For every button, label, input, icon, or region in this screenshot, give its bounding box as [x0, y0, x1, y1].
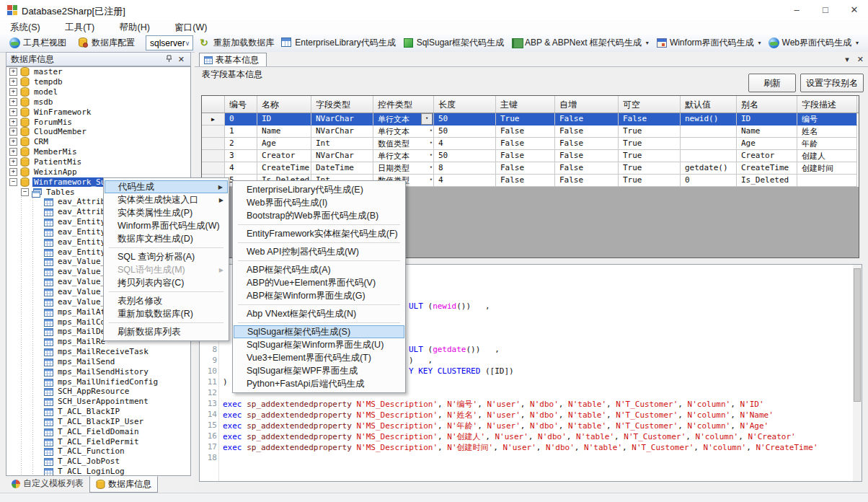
- combo-dropdown-icon[interactable]: ▾: [430, 152, 433, 158]
- grid-cell[interactable]: 0: [225, 113, 257, 126]
- submenu-item[interactable]: ABP的Vue+Element界面代码(V): [234, 276, 404, 289]
- tree-item[interactable]: +CloudMember: [6, 127, 190, 137]
- grid-cell[interactable]: True: [619, 126, 681, 138]
- grid-cell[interactable]: False: [555, 113, 619, 126]
- submenu-item[interactable]: ABP框架代码生成(A): [234, 263, 404, 276]
- toolbar-view-button[interactable]: 工具栏视图: [6, 35, 70, 50]
- grid-cell[interactable]: NVarChar: [311, 126, 373, 138]
- table-row[interactable]: ▶0IDNVarChar单行文本▾50TrueFalseFalsenewid()…: [202, 113, 859, 126]
- grid-cell[interactable]: 年龄: [797, 138, 857, 150]
- submenu-item[interactable]: Web API控制器代码生成(W): [234, 245, 404, 258]
- grid-header-cell[interactable]: 字段类型: [311, 96, 373, 113]
- doc-tab-table-info[interactable]: 表基本信息: [199, 53, 267, 67]
- submenu-item[interactable]: Bootstrap的Web界面代码生成(B): [234, 209, 404, 222]
- sqlsugar-gen-button[interactable]: SqlSugar框架代码生成: [399, 35, 508, 50]
- context-menu-item[interactable]: 拷贝列表内容(C): [105, 276, 228, 289]
- grid-cell[interactable]: True: [496, 113, 555, 126]
- context-menu-item[interactable]: 实体类属性生成(P): [105, 206, 228, 219]
- tree-item[interactable]: T_ACL_BlackIP_User: [6, 417, 190, 427]
- tree-item[interactable]: +tempdb: [6, 77, 190, 87]
- tree-item[interactable]: +msdb: [6, 97, 190, 107]
- grid-cell[interactable]: 4: [434, 175, 496, 187]
- grid-cell[interactable]: False: [555, 162, 619, 175]
- tab-custom-templates[interactable]: 自定义模板列表: [6, 476, 89, 491]
- grid-cell[interactable]: False: [496, 150, 555, 162]
- maximize-button[interactable]: □: [812, 0, 839, 20]
- tree-item[interactable]: mps_MailSendHistory: [6, 366, 190, 376]
- web-gen-button[interactable]: Web界面代码生成 ▾: [765, 35, 862, 50]
- dropdown-arrow-icon[interactable]: ▾: [856, 40, 859, 46]
- table-row[interactable]: 4CreateTimeDateTime日期类型▾8FalseFalseTrueg…: [202, 162, 859, 175]
- row-selector-cell[interactable]: [202, 162, 225, 175]
- combo-dropdown-icon[interactable]: ▾: [421, 113, 433, 125]
- grid-cell[interactable]: Creator: [737, 150, 797, 162]
- tree-item[interactable]: +WeixinApp: [6, 167, 190, 177]
- close-button[interactable]: ✕: [841, 0, 868, 20]
- grid-header-cell[interactable]: 可空: [619, 96, 681, 113]
- grid-cell[interactable]: 日期类型▾: [373, 162, 434, 175]
- database-type-combobox[interactable]: sqlserver ∨: [146, 35, 193, 50]
- grid-cell[interactable]: getdate(): [681, 162, 737, 175]
- grid-cell[interactable]: 编号: [797, 113, 857, 126]
- expand-icon[interactable]: +: [9, 128, 17, 136]
- grid-cell[interactable]: ID: [257, 113, 311, 126]
- grid-cell[interactable]: True: [619, 150, 681, 162]
- combo-dropdown-icon[interactable]: ▾: [430, 128, 433, 133]
- context-menu-item[interactable]: 表别名修改: [105, 294, 228, 307]
- collapse-icon[interactable]: −: [9, 178, 17, 186]
- grid-cell[interactable]: False: [496, 175, 555, 187]
- grid-cell[interactable]: False: [496, 138, 555, 150]
- tree-item[interactable]: +PatientMis: [6, 157, 190, 167]
- grid-cell[interactable]: 50: [434, 113, 496, 126]
- row-selector-cell[interactable]: [202, 150, 225, 162]
- grid-header-cell[interactable]: 主键: [496, 96, 555, 113]
- tree-item[interactable]: +MemberMis: [6, 147, 190, 157]
- submenu-item[interactable]: ABP框架Winform界面生成(G): [234, 289, 404, 302]
- combo-dropdown-icon[interactable]: ▾: [430, 140, 433, 146]
- context-menu-item[interactable]: SQL语句生成(M)▶: [105, 263, 228, 276]
- grid-cell[interactable]: CreateTime: [257, 162, 311, 175]
- tree-item[interactable]: +ForumMis: [6, 117, 190, 127]
- grid-header-cell[interactable]: 名称: [257, 96, 311, 113]
- tree-item[interactable]: mps_MailSend: [6, 356, 190, 366]
- tree-item[interactable]: T_ACL_FieldDomain: [6, 426, 190, 436]
- grid-cell[interactable]: newid(): [681, 113, 737, 126]
- grid-cell[interactable]: CreateTime: [737, 162, 797, 175]
- grid-header-cell[interactable]: 字段描述: [797, 96, 857, 113]
- grid-cell[interactable]: False: [555, 126, 619, 138]
- grid-cell[interactable]: 3: [225, 150, 257, 162]
- table-row[interactable]: 3CreatorNVarChar单行文本▾50FalseFalseTrueCre…: [202, 150, 859, 162]
- tree-item[interactable]: +model: [6, 87, 190, 97]
- grid-cell[interactable]: 单行文本▾: [373, 113, 434, 126]
- tree-item[interactable]: SCH_AppResource: [6, 387, 190, 397]
- table-row[interactable]: 1NameNVarChar单行文本▾50FalseFalseTrueName姓名: [202, 126, 859, 138]
- tree-item[interactable]: T_ACL_BlackIP: [6, 407, 190, 417]
- menu-system[interactable]: 系统(S): [4, 20, 46, 35]
- grid-cell[interactable]: False: [555, 138, 619, 150]
- menu-window[interactable]: 窗口(W): [169, 20, 213, 35]
- grid-cell[interactable]: [681, 138, 737, 150]
- grid-cell[interactable]: 4: [434, 138, 496, 150]
- expand-icon[interactable]: +: [9, 158, 17, 166]
- expand-icon[interactable]: +: [9, 138, 17, 146]
- grid-header-cell[interactable]: 编号: [225, 96, 257, 113]
- tree-item[interactable]: T_ACL_LoginLog: [6, 467, 190, 476]
- expand-icon[interactable]: +: [9, 68, 17, 76]
- expand-icon[interactable]: +: [9, 108, 17, 116]
- grid-cell[interactable]: False: [496, 162, 555, 175]
- submenu-item[interactable]: SqlSugar框架代码生成(S): [234, 325, 404, 338]
- winform-gen-button[interactable]: Winform界面代码生成 ▾: [652, 35, 765, 50]
- grid-cell[interactable]: Creator: [257, 150, 311, 162]
- db-config-button[interactable]: 数据库配置: [74, 35, 138, 50]
- grid-cell[interactable]: Age: [737, 138, 797, 150]
- grid-cell[interactable]: 8: [434, 162, 496, 175]
- tab-close-icon[interactable]: ✕: [857, 55, 864, 63]
- tree-item[interactable]: +master: [6, 67, 190, 77]
- context-menu-item[interactable]: Winform界面代码生成(W): [105, 219, 228, 232]
- grid-cell[interactable]: False: [555, 150, 619, 162]
- panel-close-icon[interactable]: ✕: [175, 55, 187, 64]
- row-selector-cell[interactable]: [202, 126, 225, 138]
- grid-cell[interactable]: [797, 175, 857, 187]
- enterpriselibrary-gen-button[interactable]: EnterpriseLibrary代码生成: [278, 35, 399, 50]
- tree-item[interactable]: T_ACL_Function: [6, 446, 190, 457]
